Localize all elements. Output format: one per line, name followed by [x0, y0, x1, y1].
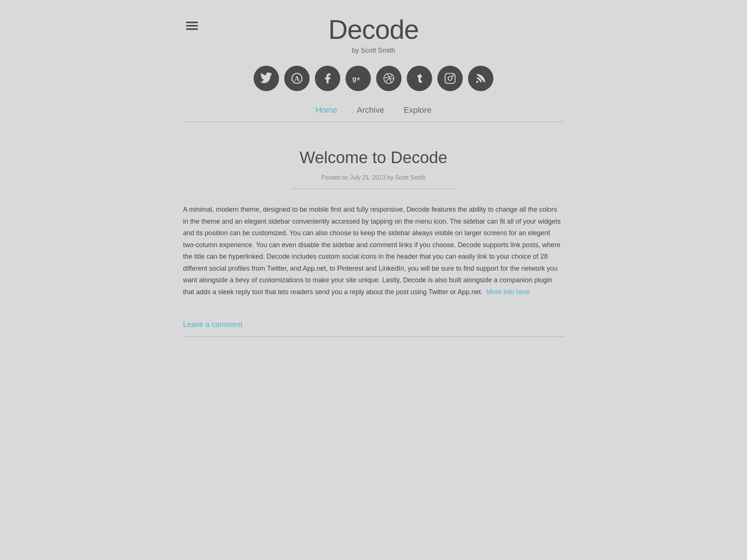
post-meta: Posted on July 21, 2013 by Scott Smith — [291, 174, 456, 189]
menu-icon-wrap[interactable] — [183, 19, 201, 33]
nav-home[interactable]: Home — [316, 105, 338, 115]
svg-text:A: A — [294, 75, 300, 83]
googleplus-icon[interactable]: g+ — [345, 66, 371, 91]
hamburger-menu-icon[interactable] — [183, 19, 201, 33]
menu-line-2 — [186, 25, 198, 27]
site-header: Decode by Scott Smith A g — [183, 0, 564, 144]
svg-rect-4 — [445, 74, 455, 84]
site-tagline: by Scott Smith — [183, 47, 564, 55]
post-body-text: A minimal, modern theme, designed to be … — [183, 206, 561, 296]
menu-line-3 — [186, 28, 198, 30]
nav-divider — [183, 122, 564, 122]
leave-comment-link[interactable]: Leave a comment — [183, 320, 242, 329]
main-content: Welcome to Decode Posted on July 21, 201… — [183, 144, 564, 340]
site-title: Decode — [183, 15, 564, 44]
appdotnet-icon[interactable]: A — [284, 66, 310, 91]
svg-text:g+: g+ — [352, 75, 360, 83]
post-footer: Leave a comment — [183, 313, 564, 337]
nav-explore[interactable]: Explore — [404, 105, 432, 115]
post-article: Welcome to Decode Posted on July 21, 201… — [183, 148, 564, 337]
dribbble-icon[interactable] — [376, 66, 402, 91]
more-info-link[interactable]: More info here — [486, 288, 530, 296]
instagram-icon[interactable] — [437, 66, 463, 91]
facebook-icon[interactable] — [315, 66, 340, 91]
nav-archive[interactable]: Archive — [357, 105, 384, 115]
tumblr-icon[interactable] — [407, 66, 432, 91]
post-title: Welcome to Decode — [183, 148, 564, 167]
menu-line-1 — [186, 22, 198, 23]
svg-point-7 — [476, 81, 478, 83]
rss-icon[interactable] — [468, 66, 493, 91]
main-nav: Home Archive Explore — [183, 102, 564, 122]
post-body: A minimal, modern theme, designed to be … — [183, 204, 564, 298]
twitter-icon[interactable] — [254, 66, 279, 91]
social-icons-bar: A g+ — [183, 66, 564, 91]
svg-point-6 — [452, 75, 453, 77]
svg-point-5 — [448, 77, 452, 81]
